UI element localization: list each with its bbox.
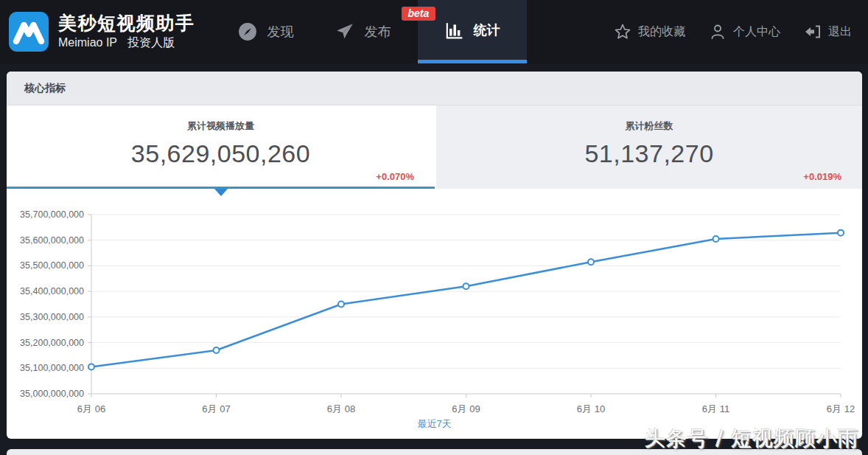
paper-plane-icon <box>335 21 356 42</box>
nav-label-logout: 退出 <box>828 24 852 40</box>
metric-card-video-plays[interactable]: 累计视频播放量 35,629,050,260 +0.070% <box>7 105 435 189</box>
svg-text:35,200,000,000: 35,200,000,000 <box>20 338 84 348</box>
nav-item-favorites[interactable]: 我的收藏 <box>614 23 685 41</box>
brand-title: 美秒短视频助手 <box>58 13 195 33</box>
line-chart-canvas: 35,700,000,00035,600,000,00035,500,000,0… <box>7 189 862 437</box>
metric-change-badge: +0.019% <box>803 171 841 182</box>
svg-text:35,100,000,000: 35,100,000,000 <box>20 363 84 373</box>
brand-subtitle: Meimiao IP投资人版 <box>58 35 195 51</box>
svg-text:35,500,000,000: 35,500,000,000 <box>20 260 84 271</box>
main-nav: 发现 beta 发布 <box>217 0 527 63</box>
line-chart: 35,700,000,00035,600,000,00035,500,000,0… <box>7 189 862 437</box>
svg-text:6月 06: 6月 06 <box>77 403 105 414</box>
svg-text:6月 08: 6月 08 <box>327 403 355 414</box>
metric-value: 35,629,050,260 <box>7 139 435 168</box>
nav-label-discover: 发现 <box>267 23 294 41</box>
nav-item-discover[interactable]: 发现 <box>217 0 315 63</box>
top-navbar: 美秒短视频助手 Meimiao IP投资人版 发现 beta <box>0 0 868 63</box>
beta-badge: beta <box>402 7 436 21</box>
watermark: 头条号 / 短视频顾小雨 <box>645 425 859 453</box>
brand[interactable]: 美秒短视频助手 Meimiao IP投资人版 <box>9 12 195 52</box>
nav-label-profile: 个人中心 <box>733 24 780 40</box>
logout-icon <box>804 23 822 41</box>
panel-title: 核心指标 <box>24 82 66 95</box>
meimiao-logo-icon <box>9 12 49 52</box>
metric-title: 累计粉丝数 <box>436 105 862 133</box>
panel-header: 核心指标 <box>7 72 862 105</box>
bar-chart-icon <box>444 20 465 41</box>
nav-right: 我的收藏 个人中心 退出 <box>614 23 852 41</box>
metric-change-badge: +0.070% <box>376 171 414 182</box>
svg-text:6月 11: 6月 11 <box>702 403 729 414</box>
svg-text:35,600,000,000: 35,600,000,000 <box>20 235 84 246</box>
metric-value: 51,137,270 <box>436 139 862 168</box>
svg-text:35,400,000,000: 35,400,000,000 <box>20 286 84 296</box>
page: 美秒短视频助手 Meimiao IP投资人版 发现 beta <box>0 0 868 455</box>
nav-label-stats: 统计 <box>474 21 500 39</box>
svg-text:6月 09: 6月 09 <box>452 403 480 414</box>
metric-title: 累计视频播放量 <box>7 105 435 133</box>
core-metrics-panel: 核心指标 累计视频播放量 35,629,050,260 +0.070% 累计粉丝… <box>7 72 862 439</box>
svg-text:35,000,000,000: 35,000,000,000 <box>20 389 84 399</box>
nav-label-favorites: 我的收藏 <box>638 24 685 40</box>
metric-card-fans[interactable]: 累计粉丝数 51,137,270 +0.019% <box>436 105 862 189</box>
svg-text:35,700,000,000: 35,700,000,000 <box>20 209 84 220</box>
user-icon <box>709 23 727 41</box>
brand-subtitle-cn: 投资人版 <box>127 36 175 49</box>
compass-icon <box>238 21 259 42</box>
brand-text: 美秒短视频助手 Meimiao IP投资人版 <box>58 13 195 51</box>
svg-text:6月 12: 6月 12 <box>827 403 855 414</box>
nav-label-publish: 发布 <box>365 23 391 41</box>
star-icon <box>614 23 631 41</box>
nav-item-publish[interactable]: beta 发布 <box>315 0 412 63</box>
svg-text:6月 10: 6月 10 <box>577 403 605 414</box>
svg-text:35,300,000,000: 35,300,000,000 <box>20 312 84 322</box>
metric-cards: 累计视频播放量 35,629,050,260 +0.070% 累计粉丝数 51,… <box>7 105 862 189</box>
svg-text:6月 07: 6月 07 <box>202 403 230 414</box>
selected-card-arrow-icon <box>214 189 228 196</box>
nav-item-logout[interactable]: 退出 <box>804 23 852 41</box>
brand-subtitle-en: Meimiao IP <box>58 36 117 49</box>
nav-item-profile[interactable]: 个人中心 <box>709 23 780 41</box>
